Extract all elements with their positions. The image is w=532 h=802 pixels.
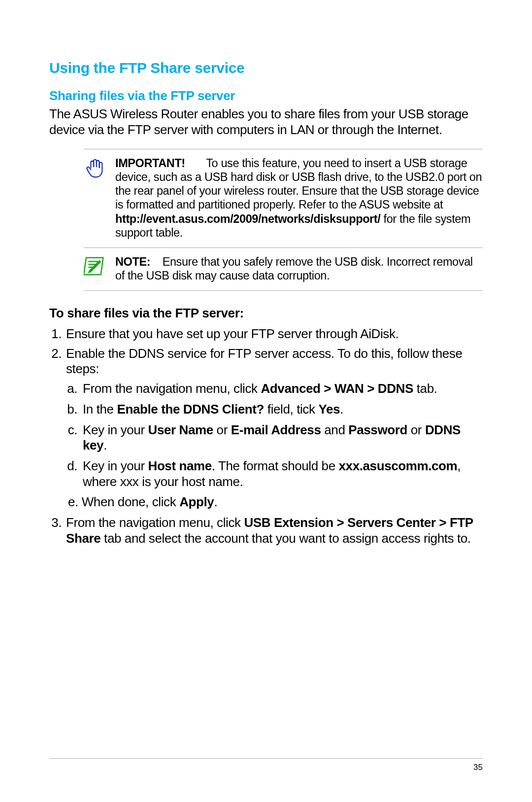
substep-c: Key in your User Name or E-mail Address … [81, 422, 483, 453]
steps-list: Ensure that you have set up your FTP ser… [49, 326, 483, 547]
step-2: Enable the DDNS service for FTP server a… [65, 346, 483, 510]
important-url: http://event.asus.com/2009/networks/disk… [115, 212, 380, 225]
note-callout: NOTE: Ensure that you safely remove the … [84, 247, 483, 291]
s2c-or2: or [407, 422, 425, 437]
s3-post: tab and select the account that you want… [100, 531, 470, 546]
intro-paragraph: The ASUS Wireless Router enables you to … [49, 106, 483, 138]
note-label: NOTE [115, 255, 147, 268]
s2b-yes: Yes [318, 402, 340, 417]
page-title: Using the FTP Share service [49, 59, 483, 77]
important-callout: IMPORTANT! To use this feature, you need… [84, 149, 483, 247]
document-page: Using the FTP Share service Sharing file… [0, 0, 532, 802]
step-2-intro: Enable the DDNS service for FTP server a… [66, 346, 462, 377]
section-subtitle: Sharing files via the FTP server [49, 88, 483, 104]
step-3: From the navigation menu, click USB Exte… [65, 515, 483, 546]
hand-stop-icon [84, 156, 106, 179]
s3-pre: From the navigation menu, click [66, 515, 244, 530]
step-1: Ensure that you have set up your FTP ser… [65, 326, 483, 342]
substep-a: From the navigation menu, click Advanced… [81, 381, 483, 397]
instructions-heading: To share files via the FTP server: [49, 306, 483, 321]
substep-e: e. When done, click Apply. [66, 494, 483, 510]
substep-b: In the Enable the DDNS Client? field, ti… [81, 402, 483, 418]
s2c-pre: Key in your [83, 422, 148, 437]
important-text: IMPORTANT! To use this feature, you need… [115, 156, 483, 240]
s2c-user: User Name [148, 422, 213, 437]
s2b-field: Enable the DDNS Client? [117, 402, 264, 417]
s2d-pre: Key in your [83, 458, 148, 473]
page-footer: 35 [49, 758, 483, 772]
s2b-mid: field, tick [264, 402, 318, 417]
s2d-host: Host name [148, 458, 212, 473]
s2a-post: tab. [413, 381, 437, 396]
s2a-nav: Advanced > WAN > DDNS [261, 381, 413, 396]
s2d-mid: . The format should be [212, 458, 339, 473]
s2e-post: . [214, 494, 217, 509]
page-number: 35 [473, 763, 483, 772]
s2b-post: . [340, 402, 343, 417]
note-pencil-icon [84, 255, 106, 278]
s2c-email: E-mail Address [231, 422, 321, 437]
s2e-apply: Apply [179, 494, 214, 509]
s2e-pre: When done, click [82, 494, 179, 509]
substeps-list: From the navigation menu, click Advanced… [66, 381, 483, 510]
s2c-pass: Password [348, 422, 407, 437]
note-text: NOTE: Ensure that you safely remove the … [115, 255, 483, 282]
s2b-pre: In the [83, 402, 117, 417]
s2d-fmt: xxx.asuscomm.com [339, 458, 458, 473]
s2c-and: and [321, 422, 348, 437]
note-body: Ensure that you safely remove the USB di… [115, 255, 473, 282]
content-area: Using the FTP Share service Sharing file… [49, 59, 483, 758]
important-label: IMPORTANT [115, 157, 181, 170]
substep-d: Key in your Host name. The format should… [81, 458, 483, 489]
s2c-or1: or [213, 422, 231, 437]
s2a-pre: From the navigation menu, click [83, 381, 261, 396]
s2c-post: . [103, 438, 107, 453]
